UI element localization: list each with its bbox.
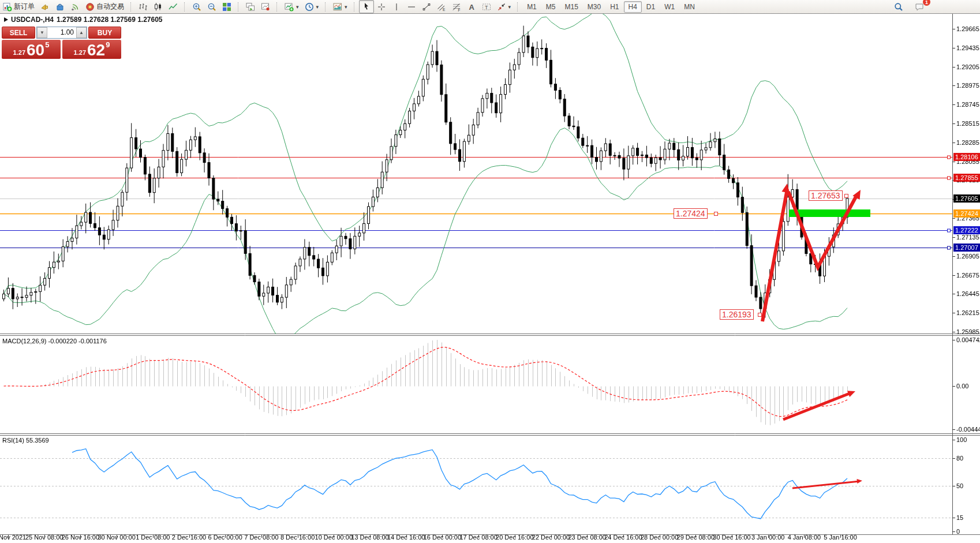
price-tag-127855: 1.27855: [953, 174, 980, 182]
vertical-line-button[interactable]: [389, 0, 404, 13]
time-tick-label: 5 Jan 16:00: [824, 534, 857, 541]
buy-button[interactable]: BUY: [88, 27, 121, 39]
fibonacci-button[interactable]: F: [449, 0, 464, 13]
volume-increase-button[interactable]: ▲: [76, 27, 87, 38]
sell-price-pip: 5: [45, 40, 49, 49]
chevron-down-icon: ▾: [345, 4, 347, 10]
sell-price-int: 1.27: [13, 49, 25, 56]
time-tick-label: 29 Dec 08:00: [677, 534, 715, 541]
timeframe-m5-button[interactable]: M5: [541, 1, 560, 13]
trendline-button[interactable]: [419, 0, 434, 13]
price-label-127424[interactable]: 1.27424: [674, 208, 708, 219]
rsi-tick-label: 80: [956, 455, 963, 462]
sell-price-big: 60: [27, 42, 44, 58]
svg-text:A: A: [469, 2, 474, 11]
period-clock-button[interactable]: ▾: [302, 0, 322, 13]
search-button[interactable]: [891, 0, 906, 13]
time-tick-label: 28 Dec 00:00: [641, 534, 678, 541]
price-label-127653[interactable]: 1.27653: [809, 190, 843, 201]
new-order-icon: [3, 2, 12, 12]
time-tick-label: 14 Dec 16:00: [387, 534, 425, 541]
price-tick-label: 1.29435: [956, 44, 979, 51]
signals-button[interactable]: [68, 0, 83, 13]
rsi-tick-label: 0: [956, 528, 960, 535]
zoom-in-button[interactable]: [189, 0, 204, 13]
market-icon: [55, 2, 65, 12]
svg-text:T: T: [485, 4, 488, 10]
volume-decrease-button[interactable]: ▼: [37, 27, 47, 38]
crosshair-button[interactable]: [374, 0, 389, 13]
price-tick-label: 1.26675: [956, 272, 979, 279]
time-tick-label: 13 Dec 08:00: [351, 534, 388, 541]
sell-price-button[interactable]: 1.27 60 5: [2, 40, 61, 59]
timeframe-d1-button[interactable]: D1: [642, 1, 660, 13]
equidistant-channel-button[interactable]: E: [434, 0, 449, 13]
templates-button[interactable]: ▾: [330, 0, 350, 13]
volume-stepper: ▼ 1.00 ▲: [36, 27, 87, 39]
price-label-126193[interactable]: 1.26193: [720, 309, 754, 320]
timeframe-h4-button[interactable]: H4: [624, 1, 642, 13]
buy-price-button[interactable]: 1.27 62 9: [62, 40, 121, 59]
time-tick-label: 30 Nov 00:00: [98, 534, 135, 541]
volume-input[interactable]: 1.00: [47, 27, 76, 38]
arrows-tool-button[interactable]: ▾: [494, 0, 514, 13]
tile-icon: [222, 2, 231, 12]
price-tick-label: 1.26215: [956, 309, 979, 316]
price-tick-label: 1.25985: [956, 328, 979, 335]
cursor-icon: [362, 2, 371, 12]
notifications-button[interactable]: 1: [912, 0, 927, 13]
template-icon: [333, 2, 342, 12]
horn-icon: [40, 2, 50, 12]
chart-canvas[interactable]: [0, 0, 980, 543]
timeframe-h1-button[interactable]: H1: [605, 1, 623, 13]
price-label-126193-anchor[interactable]: [758, 313, 762, 317]
timeframe-w1-button[interactable]: W1: [660, 1, 679, 13]
candle-chart-mode-button[interactable]: [151, 0, 166, 13]
price-label-127424-anchor[interactable]: [714, 212, 718, 216]
rsi-tick-label: 100: [956, 436, 967, 443]
price-tick-label: 1.29665: [956, 25, 979, 32]
cascade-icon: [246, 2, 255, 12]
support-zone-highlight[interactable]: [789, 209, 870, 217]
label-tool-button[interactable]: T: [479, 0, 494, 13]
market-button[interactable]: [53, 0, 68, 13]
crosshair-icon: [377, 2, 386, 12]
time-tick-label: 1 Dec 08:00: [136, 534, 170, 541]
macd-tick-label: 0.00: [956, 383, 968, 390]
new-chart-button[interactable]: ▾: [282, 0, 302, 13]
zoom-out-button[interactable]: [204, 0, 219, 13]
line-chart-mode-button[interactable]: [166, 0, 181, 13]
macd-tick-label: -0.004448: [956, 426, 980, 433]
news-horn-button[interactable]: [38, 0, 53, 13]
auto-arrange-button[interactable]: [243, 0, 258, 13]
zoom-out-icon: [207, 2, 216, 12]
timeframe-m15-button[interactable]: M15: [560, 1, 582, 13]
trendline-icon: [422, 2, 431, 12]
timeframe-m1-button[interactable]: M1: [522, 1, 541, 13]
time-tick-label: 24 Nov 2021: [0, 534, 26, 541]
timeframe-m30-button[interactable]: M30: [583, 1, 605, 13]
buy-price-big: 62: [87, 42, 105, 58]
tile-windows-button[interactable]: [219, 0, 234, 13]
price-label-127653-anchor[interactable]: [844, 194, 848, 198]
chart-title: USDCAD-,H4 1.27589 1.27628 1.27569 1.276…: [4, 16, 163, 24]
time-tick-label: 23 Dec 08:00: [568, 534, 605, 541]
timeframe-mn-button[interactable]: MN: [679, 1, 700, 13]
bar-chart-mode-button[interactable]: [136, 0, 151, 13]
price-tag-127605: 1.27605: [953, 194, 980, 203]
sell-button[interactable]: SELL: [2, 27, 35, 39]
macd-tick-label: 0.004742: [956, 336, 980, 343]
text-tool-button[interactable]: A: [464, 0, 479, 13]
cursor-button[interactable]: [359, 0, 374, 13]
chart-shift-button[interactable]: [258, 0, 273, 13]
horizontal-line-button[interactable]: [404, 0, 419, 13]
autotrading-icon: [85, 2, 95, 12]
one-click-trading-panel: SELL ▼ 1.00 ▲ BUY 1.27 60 5 1.27 62 9: [2, 27, 121, 59]
autotrading-button[interactable]: 自动交易: [83, 0, 127, 13]
time-tick-label: 25 Nov 08:00: [25, 534, 63, 541]
notification-badge: 1: [923, 0, 930, 6]
zoom-in-icon: [192, 2, 201, 12]
time-tick-label: 17 Dec 08:00: [459, 534, 497, 541]
new-order-button[interactable]: 新订单: [0, 0, 38, 13]
symbol-period-label: USDCAD-,H4: [11, 16, 54, 24]
